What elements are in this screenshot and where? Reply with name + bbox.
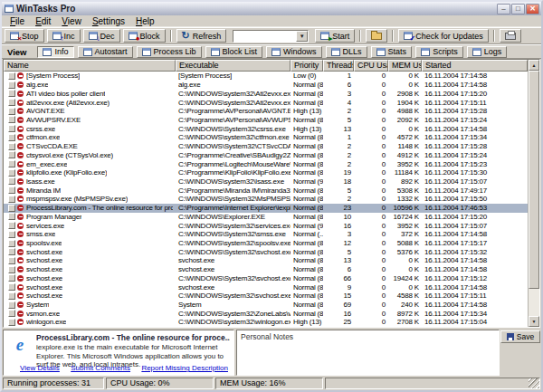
block-status-icon[interactable] xyxy=(17,134,24,140)
link-view-details[interactable]: View Details xyxy=(20,364,60,372)
column-header-mem-usage[interactable]: MEM Usage xyxy=(388,60,422,72)
menu-settings[interactable]: Settings xyxy=(87,16,130,26)
process-row[interactable]: klipfolio.exe (KlipFolio.exe)C:\Programm… xyxy=(4,168,528,177)
block-status-icon[interactable] xyxy=(17,223,24,229)
priority-graph-button[interactable] xyxy=(8,90,15,97)
column-header-started[interactable]: Started xyxy=(422,60,528,72)
priority-graph-button[interactable] xyxy=(8,257,15,264)
column-header-executable[interactable]: Executable xyxy=(176,60,291,72)
column-header-threads[interactable]: Threads xyxy=(323,60,354,72)
menu-view[interactable]: View xyxy=(56,16,87,26)
scroll-up-button[interactable] xyxy=(529,60,539,71)
scrollbar-thumb[interactable] xyxy=(529,71,539,289)
block-status-icon[interactable] xyxy=(17,275,24,282)
process-row[interactable]: vsmon.exeC:\WINDOWS\system32\ZoneLabs\vs… xyxy=(4,309,528,318)
tab-logs[interactable]: Logs xyxy=(467,46,508,58)
tab-info[interactable]: Info xyxy=(37,46,73,58)
block-status-icon[interactable] xyxy=(17,152,24,158)
block-status-icon[interactable] xyxy=(17,72,24,79)
process-row[interactable]: ctsysvol.exe (CTSysVol.exe)C:\Programme\… xyxy=(4,150,528,159)
process-row[interactable]: winlogon.exeC:\WINDOWS\system32\winlogon… xyxy=(4,318,528,327)
priority-graph-button[interactable] xyxy=(8,134,15,141)
scroll-down-button[interactable] xyxy=(529,316,539,327)
block-status-icon[interactable] xyxy=(17,240,24,246)
inc-button[interactable]: ↑Inc xyxy=(47,29,81,43)
process-row[interactable]: Miranda IMC:\Programme\Miranda IM\mirand… xyxy=(4,186,528,195)
stop-button[interactable]: ×Stop xyxy=(5,29,44,43)
link-report-missing-description[interactable]: Report Missing Description xyxy=(141,364,228,372)
menu-edit[interactable]: Edit xyxy=(30,16,56,26)
block-status-icon[interactable] xyxy=(17,91,24,97)
combobox-input[interactable] xyxy=(233,31,296,42)
resize-grip[interactable] xyxy=(529,378,539,388)
process-row[interactable]: AVGNT.EXEC:\Programme\AVPersonal\AVGNT.E… xyxy=(4,107,528,116)
process-row[interactable]: Program ManagerC:\WINDOWS\Explorer.EXENo… xyxy=(4,213,528,222)
block-status-icon[interactable] xyxy=(17,319,24,325)
scrollbar-track[interactable] xyxy=(529,71,539,316)
priority-graph-button[interactable] xyxy=(8,125,15,132)
process-row[interactable]: spoolsv.exeC:\WINDOWS\system32\spoolsv.e… xyxy=(4,239,528,248)
block-status-icon[interactable] xyxy=(17,214,24,220)
block-status-icon[interactable] xyxy=(17,169,24,176)
menu-help[interactable]: Help xyxy=(130,16,160,26)
tab-process-lib[interactable]: Process Lib xyxy=(137,46,202,58)
column-header-priority[interactable]: Priority xyxy=(291,60,323,72)
priority-graph-button[interactable] xyxy=(8,283,15,291)
process-row[interactable]: AVWUPSRV.EXEC:\Programme\AVPersonal\AVWU… xyxy=(4,116,528,125)
menu-file[interactable]: File xyxy=(5,16,30,26)
process-row[interactable]: ProcessLibrary.com - The online resource… xyxy=(4,204,528,213)
priority-graph-button[interactable] xyxy=(8,301,15,309)
process-row[interactable]: CTSvcCDA.EXEC:\WINDOWS\System32\CTSvcCDA… xyxy=(4,142,528,151)
priority-graph-button[interactable] xyxy=(8,205,15,212)
refresh-button[interactable]: ↻Refresh xyxy=(176,29,227,43)
priority-graph-button[interactable] xyxy=(8,231,15,238)
block-status-icon[interactable] xyxy=(17,266,24,272)
priority-graph-button[interactable] xyxy=(8,310,15,317)
priority-graph-button[interactable] xyxy=(8,274,15,282)
priority-graph-button[interactable] xyxy=(8,72,15,80)
block-status-icon[interactable] xyxy=(17,301,24,308)
block-status-icon[interactable] xyxy=(17,143,24,149)
column-header-cpu-usage[interactable]: CPU Usage xyxy=(354,60,388,72)
priority-graph-button[interactable] xyxy=(8,248,15,255)
personal-notes-area[interactable]: Personal Notes xyxy=(236,330,500,376)
process-row[interactable]: ctfmon.exeC:\WINDOWS\system32\ctfmon.exe… xyxy=(4,133,528,142)
maximize-button[interactable] xyxy=(511,4,525,14)
priority-graph-button[interactable] xyxy=(8,177,15,185)
process-filter-combobox[interactable]: ▼ xyxy=(233,30,309,43)
block-status-icon[interactable] xyxy=(17,126,24,132)
block-status-icon[interactable] xyxy=(17,81,24,88)
priority-graph-button[interactable] xyxy=(8,196,15,203)
process-row[interactable]: ATI video bios poller clientC:\WINDOWS\s… xyxy=(4,89,528,98)
process-row[interactable]: mspmspsv.exe (MsPMSPSv.exe)C:\WINDOWS\Sy… xyxy=(4,195,528,204)
process-row[interactable]: SystemSystemNormal (8)690240 K16.11.2004… xyxy=(4,301,528,310)
block-status-icon[interactable] xyxy=(17,231,24,237)
priority-graph-button[interactable] xyxy=(8,319,15,326)
process-row[interactable]: ati2evxx.exe (Ati2evxx.exe)C:\WINDOWS\sy… xyxy=(4,98,528,107)
tab-block-list[interactable]: Block List xyxy=(205,46,263,58)
start-button[interactable]: ▸Start xyxy=(315,29,355,43)
combobox-dropdown-icon[interactable]: ▼ xyxy=(296,31,308,42)
priority-graph-button[interactable] xyxy=(8,99,15,106)
block-button[interactable]: ●Block xyxy=(123,29,166,43)
folder-button[interactable] xyxy=(366,29,387,43)
tab-windows[interactable]: Windows xyxy=(266,46,322,58)
priority-graph-button[interactable] xyxy=(8,116,15,123)
process-row[interactable]: smss.exeC:\WINDOWS\System32\smss.exeNorm… xyxy=(4,230,528,239)
tab-stats[interactable]: Stats xyxy=(371,46,413,58)
link-submit-comments[interactable]: Submit Comments xyxy=(71,364,130,372)
tab-dlls[interactable]: DLLs xyxy=(326,46,367,58)
priority-graph-button[interactable] xyxy=(8,108,15,115)
process-row[interactable]: svchost.exesvchost.exeNormal (8)900 K16.… xyxy=(4,282,528,292)
close-button[interactable] xyxy=(526,4,539,14)
save-button[interactable]: Save xyxy=(500,330,540,343)
check-for-updates-button[interactable]: ✓Check for Updates xyxy=(398,29,489,43)
priority-graph-button[interactable] xyxy=(8,292,15,300)
process-row[interactable]: svchost.exesvchost.exeNormal (8)1300 K16… xyxy=(4,256,528,265)
block-status-icon[interactable] xyxy=(17,292,24,299)
minimize-button[interactable] xyxy=(497,4,510,14)
block-status-icon[interactable] xyxy=(17,100,24,106)
tab-autostart[interactable]: Autostart xyxy=(78,46,133,58)
block-status-icon[interactable] xyxy=(17,178,24,185)
block-status-icon[interactable] xyxy=(17,196,24,202)
